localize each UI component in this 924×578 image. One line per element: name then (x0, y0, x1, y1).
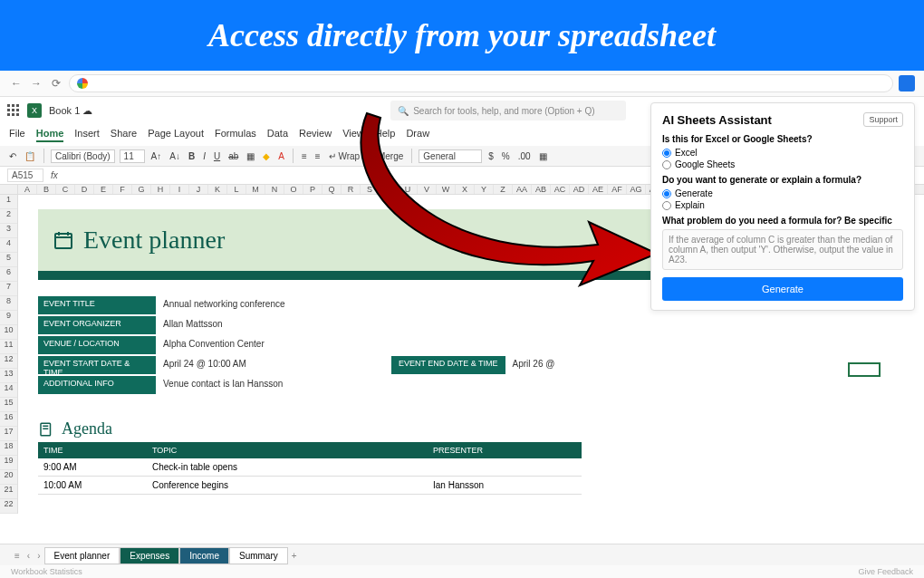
row-header[interactable]: 6 (0, 267, 17, 282)
row-header[interactable]: 17 (0, 427, 17, 441)
number-format-selector[interactable]: General (419, 149, 482, 163)
col-header[interactable]: S (361, 185, 380, 194)
col-header[interactable]: AF (608, 185, 627, 194)
menu-insert[interactable]: Insert (74, 128, 100, 142)
col-header[interactable]: K (208, 185, 227, 194)
format-table-icon[interactable]: ▦ (537, 150, 549, 162)
support-button[interactable]: Support (863, 112, 903, 127)
col-header[interactable]: AA (513, 185, 532, 194)
col-header[interactable]: AB (532, 185, 551, 194)
col-header[interactable]: AC (551, 185, 570, 194)
problem-input[interactable]: If the average of column C is greater th… (662, 229, 903, 270)
active-cell[interactable] (848, 362, 881, 377)
menu-file[interactable]: File (9, 128, 25, 142)
col-header[interactable]: H (151, 185, 170, 194)
col-header[interactable]: B (37, 185, 56, 194)
col-header[interactable]: AG (627, 185, 646, 194)
menu-formulas[interactable]: Formulas (215, 128, 256, 142)
menu-review[interactable]: Review (299, 128, 332, 142)
add-sheet-icon[interactable]: + (288, 551, 301, 561)
col-header[interactable]: G (132, 185, 151, 194)
col-header[interactable]: C (56, 185, 75, 194)
app-launcher-icon[interactable] (7, 104, 20, 117)
row-header[interactable]: 4 (0, 238, 17, 253)
menu-page-layout[interactable]: Page Layout (148, 128, 204, 142)
font-decrease-icon[interactable]: A↓ (168, 150, 182, 162)
row-header[interactable]: 21 (0, 485, 17, 499)
menu-data[interactable]: Data (267, 128, 288, 142)
row-header[interactable]: 1 (0, 195, 17, 209)
radio-explain[interactable] (662, 201, 671, 210)
col-header[interactable]: AE (589, 185, 608, 194)
tab-income[interactable]: Income (179, 547, 229, 564)
col-header[interactable]: E (94, 185, 113, 194)
font-selector[interactable]: Calibri (Body) (51, 149, 115, 163)
tab-expenses[interactable]: Expenses (120, 547, 179, 564)
wrap-text-button[interactable]: ↵ Wrap (327, 150, 362, 162)
menu-help[interactable]: Help (375, 128, 396, 142)
merge-button[interactable]: ⊞ Merge (366, 150, 405, 162)
radio-excel[interactable] (662, 149, 671, 158)
row-header[interactable]: 5 (0, 253, 17, 267)
tab-nav-next-icon[interactable]: › (34, 551, 43, 561)
col-header[interactable]: T (380, 185, 399, 194)
reload-icon[interactable]: ⟳ (49, 76, 63, 91)
strikethrough-icon[interactable]: ab (226, 150, 240, 162)
col-header[interactable]: N (265, 185, 284, 194)
row-header[interactable]: 19 (0, 456, 17, 470)
row-header[interactable]: 10 (0, 325, 17, 340)
col-header[interactable]: M (246, 185, 265, 194)
row-header[interactable]: 9 (0, 311, 17, 325)
col-header[interactable]: X (456, 185, 475, 194)
col-header[interactable]: Q (322, 185, 342, 194)
row-header[interactable]: 2 (0, 209, 17, 224)
clipboard-icon[interactable]: 📋 (23, 150, 37, 162)
col-header[interactable]: J (189, 185, 208, 194)
col-header[interactable]: Z (494, 185, 513, 194)
currency-icon[interactable]: $ (486, 150, 496, 162)
forward-icon[interactable]: → (29, 76, 43, 91)
font-size-selector[interactable]: 11 (120, 149, 145, 163)
underline-icon[interactable]: U (212, 150, 222, 162)
radio-gsheets[interactable] (662, 160, 671, 169)
name-box[interactable]: A515 (7, 169, 43, 182)
search-input[interactable]: 🔍 Search for tools, help, and more (Opti… (390, 101, 626, 120)
status-left[interactable]: Workbook Statistics (11, 567, 82, 576)
bold-icon[interactable]: B (187, 150, 197, 162)
row-header[interactable]: 18 (0, 441, 17, 456)
col-header[interactable]: U (399, 185, 418, 194)
back-icon[interactable]: ← (9, 76, 24, 91)
fill-color-icon[interactable]: ◆ (261, 150, 272, 162)
col-header[interactable]: V (418, 185, 437, 194)
row-header[interactable]: 20 (0, 470, 17, 485)
tab-nav-prev-icon[interactable]: ‹ (24, 551, 34, 561)
row-header[interactable]: 12 (0, 354, 17, 369)
col-header[interactable]: F (113, 185, 132, 194)
col-header[interactable]: L (227, 185, 246, 194)
col-header[interactable]: Y (475, 185, 494, 194)
col-header[interactable]: P (303, 185, 322, 194)
menu-share[interactable]: Share (111, 128, 137, 142)
italic-icon[interactable]: I (201, 150, 207, 162)
align-top-icon[interactable]: ≡ (300, 150, 309, 162)
row-header[interactable]: 22 (0, 499, 17, 514)
row-header[interactable]: 8 (0, 296, 17, 311)
col-header[interactable]: AD (570, 185, 589, 194)
menu-draw[interactable]: Draw (406, 128, 429, 142)
generate-button[interactable]: Generate (662, 277, 903, 301)
menu-home[interactable]: Home (36, 128, 64, 142)
row-header[interactable]: 13 (0, 369, 17, 383)
radio-generate[interactable] (662, 189, 671, 198)
row-header[interactable]: 16 (0, 412, 17, 427)
document-name[interactable]: Book 1 ☁ (49, 105, 92, 117)
status-right[interactable]: Give Feedback (858, 567, 913, 576)
menu-view[interactable]: View (342, 128, 364, 142)
row-header[interactable]: 14 (0, 383, 17, 398)
tab-summary[interactable]: Summary (229, 547, 288, 564)
address-bar[interactable] (69, 74, 893, 92)
font-increase-icon[interactable]: A↑ (149, 150, 164, 162)
row-header[interactable]: 15 (0, 398, 17, 412)
col-header[interactable]: O (284, 185, 303, 194)
row-header[interactable]: 7 (0, 282, 17, 296)
fx-icon[interactable]: fx (51, 170, 58, 180)
